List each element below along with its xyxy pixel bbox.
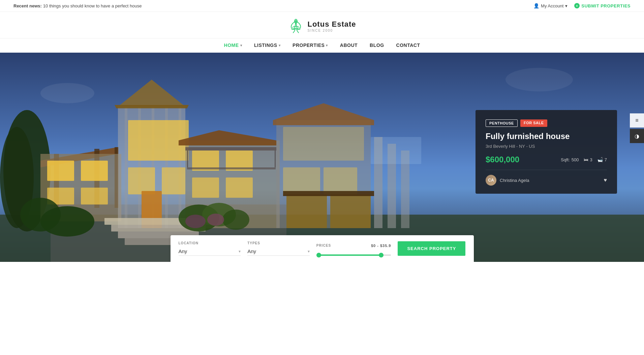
contrast-icon: ◑ — [635, 133, 639, 139]
prices-value: $0 - $35.9 — [371, 244, 391, 248]
settings-icon: ≡ — [635, 117, 638, 124]
property-footer: CA Christina Agela ♥ — [486, 170, 607, 186]
nav-item-about[interactable]: ABOUT — [340, 43, 358, 48]
nav-item-blog[interactable]: BLOG — [370, 43, 384, 48]
location-select[interactable]: Any ▾ — [179, 247, 241, 256]
svg-rect-39 — [187, 167, 276, 169]
beds-spec: 🛏 3 — [584, 157, 592, 162]
nav-label-contact: CONTACT — [396, 43, 420, 48]
types-field: TYPES Any ▾ — [247, 241, 310, 256]
svg-rect-24 — [162, 167, 185, 194]
range-thumb-left[interactable] — [316, 253, 321, 257]
user-icon: 👤 — [533, 3, 539, 8]
property-location: 3rd Beverly Hill - NY - US — [486, 144, 607, 149]
nav-item-properties[interactable]: PROPERTIES ▾ — [293, 43, 328, 48]
svg-rect-45 — [286, 194, 327, 228]
logo-icon — [288, 18, 304, 34]
my-account-button[interactable]: 👤 My Account ▾ — [533, 3, 568, 8]
svg-point-59 — [40, 83, 94, 103]
sqft-label: Sqft: — [561, 157, 570, 162]
property-title: Fully furnished house — [486, 132, 607, 141]
svg-rect-35 — [226, 178, 253, 198]
property-card: PENTHOUSE FOR SALE Fully furnished house… — [476, 110, 617, 194]
nav-label-listings: LISTINGS — [254, 43, 277, 48]
property-specs: Sqft: 500 🛏 3 🛁 7 — [561, 157, 607, 162]
nav-item-home[interactable]: HOME ▾ — [224, 43, 242, 48]
svg-rect-23 — [128, 167, 155, 194]
news-bar: Recent news: 10 things you should know t… — [13, 3, 142, 8]
search-property-button[interactable]: SEARCH PROPERTY — [398, 241, 465, 256]
svg-point-0 — [295, 19, 297, 23]
types-select[interactable]: Any ▾ — [247, 247, 310, 256]
price-slider[interactable] — [316, 254, 391, 256]
svg-rect-11 — [81, 161, 108, 181]
price-label: PRICES $0 - $35.9 — [316, 244, 391, 248]
svg-rect-46 — [330, 194, 371, 228]
svg-rect-41 — [283, 127, 364, 161]
nav-item-listings[interactable]: LISTINGS ▾ — [254, 43, 280, 48]
nav-label-properties: PROPERTIES — [293, 43, 325, 48]
types-label: TYPES — [247, 241, 310, 245]
baths-spec: 🛁 7 — [597, 157, 607, 162]
svg-marker-31 — [179, 130, 276, 145]
types-arrow-icon: ▾ — [308, 249, 310, 254]
contrast-panel-button[interactable]: ◑ — [630, 129, 644, 143]
svg-point-60 — [505, 68, 573, 91]
badge-for-sale: FOR SALE — [520, 119, 547, 127]
beds-value: 3 — [590, 157, 592, 162]
bed-icon: 🛏 — [584, 157, 588, 162]
hero-section: PENTHOUSE FOR SALE Fully furnished house… — [0, 53, 644, 262]
agent-name: Christina Agela — [500, 178, 529, 183]
svg-rect-51 — [371, 137, 421, 164]
agent-avatar: CA — [486, 175, 496, 186]
settings-panel-button[interactable]: ≡ — [630, 113, 644, 128]
location-field: LOCATION Any ▾ — [179, 241, 241, 256]
svg-rect-38 — [275, 151, 276, 167]
dropdown-arrow-icon: ▾ — [565, 3, 568, 8]
range-thumb-right[interactable] — [379, 253, 384, 257]
property-details: $600,000 Sqft: 500 🛏 3 🛁 7 — [486, 155, 607, 164]
range-fill — [316, 254, 384, 256]
bath-icon: 🛁 — [597, 157, 603, 162]
top-bar: Recent news: 10 things you should know t… — [0, 0, 644, 12]
main-nav: HOME ▾ LISTINGS ▾ PROPERTIES ▾ ABOUT BLO… — [0, 38, 644, 53]
logo-area[interactable]: Lotus Estate SINCE 2000 — [288, 18, 356, 34]
price-range-field: PRICES $0 - $35.9 — [316, 244, 391, 256]
svg-rect-43 — [324, 167, 357, 194]
submit-properties-button[interactable]: + SUBMIT PROPERTIES — [574, 3, 631, 8]
submit-icon: + — [574, 3, 580, 8]
svg-marker-20 — [118, 80, 185, 107]
nav-arrow-properties: ▾ — [326, 44, 328, 47]
svg-point-54 — [222, 210, 249, 230]
svg-rect-42 — [283, 167, 320, 194]
location-arrow-icon: ▾ — [239, 249, 241, 254]
svg-rect-47 — [283, 191, 374, 196]
favorite-button[interactable]: ♥ — [604, 177, 607, 183]
svg-marker-21 — [115, 105, 189, 108]
svg-point-57 — [185, 215, 206, 228]
property-badges: PENTHOUSE FOR SALE — [486, 119, 607, 127]
svg-rect-15 — [125, 107, 127, 228]
prices-label: PRICES — [316, 244, 331, 248]
top-bar-right: 👤 My Account ▾ + SUBMIT PROPERTIES — [533, 3, 631, 8]
search-bar: LOCATION Any ▾ TYPES Any ▾ PRICES $0 - $… — [171, 235, 474, 262]
badge-penthouse: PENTHOUSE — [486, 119, 518, 127]
svg-rect-10 — [47, 161, 74, 181]
agent-info: CA Christina Agela — [486, 175, 529, 186]
sqft-value: 500 — [572, 157, 579, 162]
logo-text: Lotus Estate SINCE 2000 — [307, 20, 356, 32]
nav-arrow-listings: ▾ — [279, 44, 281, 47]
svg-rect-13 — [81, 188, 108, 204]
svg-point-58 — [207, 214, 224, 226]
baths-value: 7 — [605, 157, 607, 162]
nav-item-contact[interactable]: CONTACT — [396, 43, 420, 48]
news-text: 10 things you should know to have a perf… — [43, 3, 142, 8]
types-value: Any — [247, 248, 256, 254]
nav-label-home: HOME — [224, 43, 239, 48]
svg-rect-37 — [187, 151, 188, 167]
right-panel: ≡ ◑ — [630, 113, 644, 143]
nav-arrow-home: ▾ — [240, 44, 242, 47]
svg-rect-36 — [185, 147, 276, 151]
nav-label-blog: BLOG — [370, 43, 384, 48]
submit-properties-label: SUBMIT PROPERTIES — [581, 3, 631, 8]
